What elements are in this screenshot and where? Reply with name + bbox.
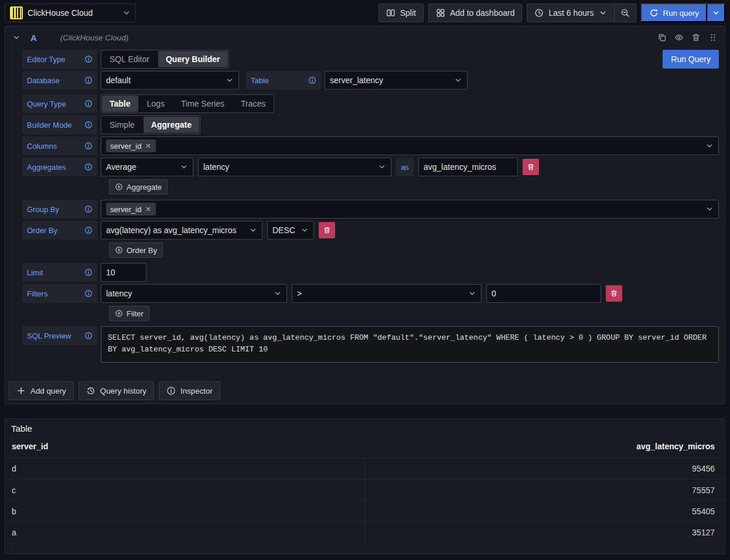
info-icon[interactable] bbox=[84, 76, 93, 84]
info-icon[interactable] bbox=[84, 226, 93, 234]
order-by-field-select[interactable]: avg(latency) as avg_latency_micros bbox=[101, 221, 262, 240]
query-editor-card: A (ClickHouse Cloud) Editor Type SQL Edi… bbox=[5, 26, 725, 404]
table-row: a 35127 bbox=[6, 521, 724, 542]
cell-server-id: a bbox=[6, 522, 365, 542]
explore-toolbar: ClickHouse Cloud Split Add to dashboard … bbox=[0, 0, 730, 26]
info-circle-icon bbox=[166, 386, 176, 395]
table-row: c 75557 bbox=[6, 479, 724, 500]
aggregate-column-select[interactable]: latency bbox=[198, 158, 391, 176]
order-by-direction-select[interactable]: DESC bbox=[267, 221, 314, 240]
add-aggregate-button[interactable]: Aggregate bbox=[109, 179, 168, 194]
run-query-split-button: Run query bbox=[641, 4, 726, 22]
limit-input[interactable]: 10 bbox=[101, 263, 146, 282]
remove-query-icon[interactable] bbox=[691, 33, 701, 42]
limit-label: Limit bbox=[22, 263, 97, 282]
remove-filter-button[interactable] bbox=[606, 285, 622, 302]
time-zoom-out-button[interactable] bbox=[615, 4, 636, 22]
collapse-chevron-icon[interactable] bbox=[12, 33, 21, 42]
clock-icon bbox=[534, 8, 544, 18]
info-icon[interactable] bbox=[84, 332, 93, 340]
info-icon[interactable] bbox=[84, 142, 93, 150]
datasource-picker[interactable]: ClickHouse Cloud bbox=[5, 4, 136, 22]
editor-type-radio-group: SQL Editor Query Builder bbox=[101, 50, 229, 69]
editor-type-option-sql-editor[interactable]: SQL Editor bbox=[102, 51, 157, 67]
info-icon[interactable] bbox=[84, 121, 93, 129]
info-icon[interactable] bbox=[84, 100, 93, 108]
add-filter-button[interactable]: Filter bbox=[109, 306, 149, 321]
query-type-label: Query Type bbox=[22, 94, 97, 113]
query-type-option-traces[interactable]: Traces bbox=[233, 95, 273, 112]
query-editor-footer: Add query Query history Inspector bbox=[5, 365, 725, 404]
group-by-label: Group By bbox=[22, 200, 97, 218]
add-order-by-button[interactable]: Order By bbox=[109, 243, 163, 258]
info-icon[interactable] bbox=[84, 268, 93, 276]
editor-type-option-query-builder[interactable]: Query Builder bbox=[158, 51, 228, 67]
add-to-dashboard-button[interactable]: Add to dashboard bbox=[428, 4, 523, 22]
chevron-down-icon bbox=[468, 289, 476, 298]
remove-icon[interactable] bbox=[145, 142, 152, 149]
drag-handle-icon[interactable] bbox=[708, 33, 718, 42]
chevron-down-icon bbox=[454, 76, 462, 84]
run-query-button[interactable]: Run query bbox=[641, 4, 708, 22]
aggregate-alias-input[interactable]: avg_latency_micros bbox=[418, 158, 518, 176]
filter-field-select[interactable]: latency bbox=[101, 284, 287, 303]
info-icon[interactable] bbox=[84, 289, 93, 298]
info-icon[interactable] bbox=[84, 205, 93, 213]
builder-mode-option-simple[interactable]: Simple bbox=[102, 117, 142, 133]
info-icon[interactable] bbox=[84, 163, 93, 171]
table-select[interactable]: server_latency bbox=[325, 71, 468, 90]
split-button[interactable]: Split bbox=[378, 4, 424, 22]
query-type-option-table[interactable]: Table bbox=[102, 95, 138, 112]
database-select[interactable]: default bbox=[101, 71, 239, 90]
clickhouse-logo-icon bbox=[10, 6, 23, 19]
run-query-label: Run query bbox=[663, 9, 700, 18]
info-icon[interactable] bbox=[308, 76, 316, 84]
query-ref-id[interactable]: A bbox=[30, 33, 37, 43]
editor-type-label: Editor Type bbox=[22, 50, 97, 69]
add-to-dashboard-label: Add to dashboard bbox=[450, 8, 515, 18]
aggregate-function-select[interactable]: Average bbox=[101, 158, 193, 176]
split-icon bbox=[386, 8, 395, 18]
cell-avg-latency: 95456 bbox=[365, 464, 724, 473]
cell-server-id: c bbox=[6, 480, 365, 500]
run-query-dropdown-button[interactable] bbox=[707, 4, 725, 22]
datasource-name: ClickHouse Cloud bbox=[28, 8, 118, 18]
builder-mode-option-aggregate[interactable]: Aggregate bbox=[144, 117, 199, 133]
query-type-option-time-series[interactable]: Time Series bbox=[173, 95, 232, 112]
apps-icon bbox=[436, 8, 445, 18]
cell-avg-latency: 35127 bbox=[365, 528, 724, 537]
split-label: Split bbox=[400, 8, 416, 18]
duplicate-query-icon[interactable] bbox=[657, 33, 667, 42]
cell-server-id: b bbox=[6, 501, 365, 521]
aggregates-label: Aggregates bbox=[22, 158, 97, 176]
query-type-option-logs[interactable]: Logs bbox=[139, 95, 172, 112]
sql-preview-label: SQL Preview bbox=[22, 326, 97, 345]
column-header-server-id[interactable]: server_id bbox=[6, 442, 365, 451]
info-icon[interactable] bbox=[84, 55, 93, 63]
hide-response-icon[interactable] bbox=[674, 33, 684, 42]
plus-circle-icon bbox=[115, 183, 123, 191]
builder-mode-label: Builder Mode bbox=[22, 115, 97, 134]
time-range-picker[interactable]: Last 6 hours bbox=[527, 4, 614, 22]
add-query-button[interactable]: Add query bbox=[9, 381, 74, 400]
columns-multiselect[interactable]: server_id bbox=[101, 136, 719, 155]
builder-mode-radio-group: Simple Aggregate bbox=[101, 115, 200, 134]
chevron-down-icon bbox=[226, 76, 234, 84]
chevron-down-icon bbox=[249, 226, 257, 234]
remove-order-by-button[interactable] bbox=[319, 222, 335, 238]
table-row: b 55405 bbox=[6, 500, 724, 521]
remove-icon[interactable] bbox=[145, 206, 152, 213]
filter-value-input[interactable]: 0 bbox=[486, 284, 601, 303]
group-by-multiselect[interactable]: server_id bbox=[101, 200, 719, 218]
editor-run-query-button[interactable]: Run Query bbox=[663, 50, 719, 69]
column-header-avg-latency-micros[interactable]: avg_latency_micros bbox=[365, 442, 724, 451]
filter-operator-select[interactable]: > bbox=[292, 284, 482, 303]
results-table-panel: Table server_id avg_latency_micros d 954… bbox=[5, 418, 725, 554]
chevron-down-icon bbox=[705, 205, 714, 213]
remove-aggregate-button[interactable] bbox=[523, 159, 539, 175]
cell-avg-latency: 55405 bbox=[365, 507, 724, 516]
inspector-button[interactable]: Inspector bbox=[159, 381, 220, 400]
query-history-button[interactable]: Query history bbox=[79, 381, 154, 400]
filters-label: Filters bbox=[22, 284, 97, 303]
cell-avg-latency: 75557 bbox=[365, 486, 724, 495]
